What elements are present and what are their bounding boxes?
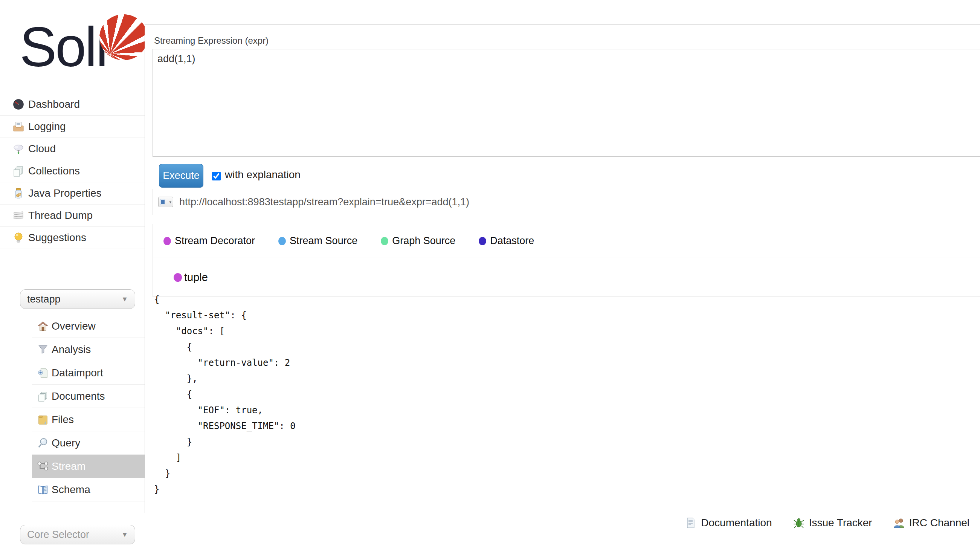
folder-icon	[37, 414, 49, 425]
collections-icon	[13, 165, 24, 177]
with-explanation-checkbox[interactable]	[212, 172, 221, 180]
stream-panel: Streaming Expression (expr) add(1,1) Exe…	[145, 24, 980, 513]
solr-admin-app: Solr Dashboard Logging	[0, 0, 980, 547]
sidebar-item-thread-dump[interactable]: Thread Dump	[0, 204, 145, 227]
sidebar-item-query[interactable]: Query	[32, 431, 145, 455]
chevron-down-icon: ▼	[121, 295, 128, 303]
home-icon	[37, 321, 49, 332]
logging-tray-icon	[13, 121, 24, 132]
legend-item-graph-source: Graph Source	[381, 235, 455, 247]
node-label: tuple	[184, 271, 208, 284]
magnifier-icon	[37, 437, 49, 449]
sidebar-item-documents[interactable]: Documents	[32, 384, 145, 408]
sidebar-item-overview[interactable]: Overview	[32, 314, 145, 338]
sidebar-item-label: Documents	[52, 390, 105, 402]
sidebar: Solr Dashboard Logging	[0, 0, 145, 547]
main-menu: Dashboard Logging Cloud	[0, 93, 145, 249]
legend-item-stream-decorator: Stream Decorator	[164, 235, 255, 247]
legend-label: Datastore	[490, 235, 534, 247]
core-dropdown-value: testapp	[27, 293, 121, 305]
sidebar-item-dataimport[interactable]: Dataimport	[32, 361, 145, 384]
legend-dot-stream-source	[278, 237, 286, 245]
lightbulb-icon	[13, 232, 24, 244]
cloud-icon	[13, 143, 24, 155]
chevron-down-icon: ▼	[121, 531, 128, 539]
jar-icon	[13, 187, 24, 199]
legend-label: Stream Source	[290, 235, 358, 247]
sidebar-item-files[interactable]: Files	[32, 408, 145, 431]
graph-legend: Stream Decorator Stream Source Graph Sou…	[153, 224, 980, 258]
stream-graph-icon	[37, 461, 49, 472]
solr-sunburst-icon	[99, 14, 148, 60]
sidebar-item-label: Stream	[52, 460, 86, 472]
footer-link-issue-tracker[interactable]: Issue Tracker	[793, 517, 872, 529]
legend-dot-graph-source	[381, 237, 388, 245]
sidebar-item-label: Schema	[52, 484, 91, 496]
funnel-icon	[37, 344, 49, 355]
sidebar-item-label: Collections	[28, 165, 80, 177]
sidebar-item-suggestions[interactable]: Suggestions	[0, 227, 145, 249]
sidebar-item-label: Suggestions	[28, 232, 86, 244]
sidebar-item-label: Query	[52, 437, 80, 449]
solr-logo: Solr	[19, 11, 140, 87]
footer-link-label: Documentation	[701, 517, 772, 529]
sidebar-item-label: Analysis	[52, 344, 91, 356]
sidebar-item-label: Overview	[52, 320, 95, 332]
people-icon	[893, 517, 905, 529]
sidebar-item-label: Logging	[28, 121, 66, 132]
sidebar-item-label: Thread Dump	[28, 209, 93, 222]
sidebar-item-label: Cloud	[28, 143, 56, 155]
legend-dot-datastore	[479, 237, 486, 245]
sidebar-item-analysis[interactable]: Analysis	[32, 338, 145, 361]
footer-link-label: Issue Tracker	[809, 517, 872, 529]
expression-label: Streaming Expression (expr)	[154, 35, 269, 46]
request-url-link[interactable]: http://localhost:8983testapp/stream?expl…	[179, 196, 469, 208]
footer-link-documentation[interactable]: Documentation	[685, 517, 772, 529]
thread-dump-icon	[13, 209, 24, 222]
legend-item-datastore: Datastore	[479, 235, 534, 247]
footer-links: Documentation Issue Tracker	[685, 517, 969, 529]
expression-input[interactable]: add(1,1)	[153, 49, 980, 157]
execute-button[interactable]: Execute	[159, 164, 204, 188]
graph-node-tuple: tuple	[153, 258, 980, 297]
footer-link-irc-channel[interactable]: IRC Channel	[893, 517, 969, 529]
page-icon	[160, 199, 165, 204]
with-explanation-label[interactable]: with explanation	[225, 169, 301, 181]
request-url-bar: ▾ http://localhost:8983testapp/stream?ex…	[153, 189, 980, 215]
dataimport-icon	[37, 367, 49, 379]
url-history-dropdown-icon[interactable]: ▾	[158, 197, 173, 207]
chevron-down-icon: ▾	[169, 200, 171, 204]
book-icon	[37, 484, 49, 495]
core-selector-placeholder: Core Selector	[27, 529, 121, 541]
legend-label: Graph Source	[392, 235, 455, 247]
bug-icon	[793, 517, 805, 529]
sidebar-item-label: Dashboard	[28, 98, 80, 110]
legend-label: Stream Decorator	[175, 235, 255, 247]
document-icon	[685, 517, 697, 529]
footer-link-label: IRC Channel	[909, 517, 969, 529]
documents-icon	[37, 391, 49, 402]
sidebar-item-java-properties[interactable]: Java Properties	[0, 182, 145, 204]
legend-item-stream-source: Stream Source	[278, 235, 358, 247]
stream-graph-box: Stream Decorator Stream Source Graph Sou…	[153, 224, 980, 297]
node-dot-icon	[173, 273, 182, 282]
sidebar-item-logging[interactable]: Logging	[0, 116, 145, 138]
sidebar-item-label: Java Properties	[28, 187, 102, 199]
result-json-output: { "result-set": { "docs": [ { "return-va…	[154, 292, 296, 497]
sidebar-item-schema[interactable]: Schema	[32, 478, 145, 501]
sidebar-item-dashboard[interactable]: Dashboard	[0, 93, 145, 116]
legend-dot-stream-decorator	[164, 237, 171, 245]
sidebar-item-stream[interactable]: Stream	[32, 455, 145, 478]
sidebar-item-label: Files	[52, 414, 74, 426]
core-dropdown[interactable]: testapp ▼	[20, 289, 135, 309]
sidebar-item-label: Dataimport	[52, 367, 103, 379]
gauge-icon	[13, 98, 24, 110]
core-menu: Overview Analysis Dataimport	[0, 314, 145, 501]
core-selector-dropdown[interactable]: Core Selector ▼	[20, 525, 135, 544]
sidebar-item-collections[interactable]: Collections	[0, 160, 145, 182]
sidebar-item-cloud[interactable]: Cloud	[0, 138, 145, 160]
